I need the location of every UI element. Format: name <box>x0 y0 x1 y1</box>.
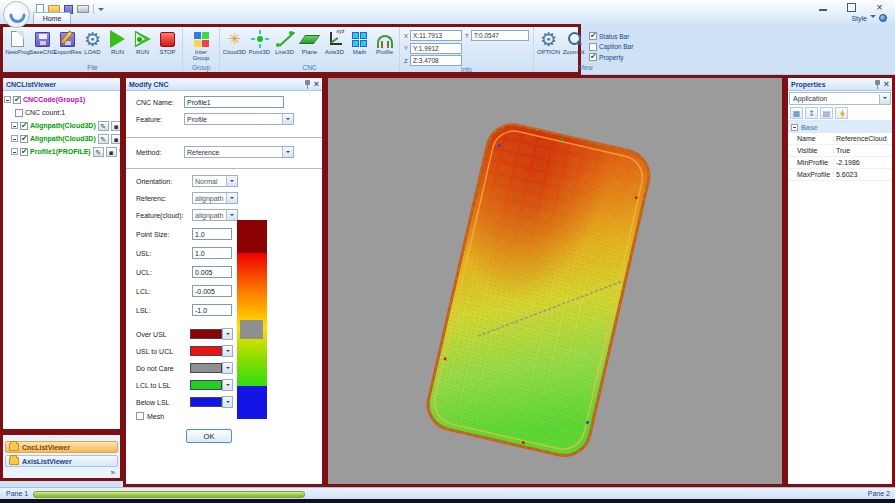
close-button[interactable]: × <box>874 3 885 12</box>
edit-button[interactable] <box>98 121 109 131</box>
usl-ucl-color-swatch[interactable] <box>190 346 222 356</box>
z-coordinate-field[interactable]: Z:3.4708 <box>410 55 462 66</box>
run-button[interactable]: RUN <box>105 28 130 55</box>
ucl-input[interactable] <box>192 266 232 278</box>
inter-group-button[interactable]: Inter Group <box>185 28 217 62</box>
cnc-name-input[interactable] <box>184 96 284 108</box>
cnclistviewer-bar[interactable]: CncListViewer <box>5 441 118 453</box>
stop-button[interactable]: STOP <box>155 28 180 55</box>
splitter-handle[interactable]: ········· <box>5 436 118 439</box>
lcl-lsl-color-swatch[interactable] <box>190 380 222 390</box>
below-lsl-color-swatch[interactable] <box>190 397 222 407</box>
close-icon[interactable]: × <box>314 80 319 89</box>
expand-icon[interactable] <box>11 122 18 129</box>
property-row-visible[interactable]: Visible True <box>788 145 892 157</box>
expand-icon[interactable] <box>4 96 11 103</box>
app-logo[interactable] <box>3 1 30 28</box>
quick-access-dropdown-icon[interactable] <box>98 8 104 14</box>
line3d-button[interactable]: Line3D <box>272 28 297 55</box>
method-select[interactable]: Reference <box>184 146 294 158</box>
pin-icon[interactable] <box>304 80 311 89</box>
tree-item-alignpath-2[interactable]: Alignpath(Cloud3D) * <box>11 132 119 145</box>
panel-title: Properties <box>791 81 826 88</box>
t-coordinate-field[interactable]: T:0.0547 <box>471 30 529 41</box>
property-row-minprofile[interactable]: MinProfile -2.1986 <box>788 157 892 169</box>
y-coordinate-field[interactable]: Y:1.9912 <box>410 43 462 54</box>
pin-icon[interactable] <box>874 80 881 89</box>
lcl-input[interactable] <box>192 285 232 297</box>
checkbox[interactable] <box>589 43 597 51</box>
tree-item-profile1[interactable]: Profile1(PROFILE) * <box>11 145 119 158</box>
sort-az-icon[interactable] <box>805 107 818 119</box>
checkbox[interactable] <box>589 53 597 61</box>
style-selector[interactable]: Style <box>851 14 887 22</box>
property-row-name[interactable]: Name ReferenceCloud <box>788 133 892 145</box>
minimize-button[interactable] <box>818 3 829 12</box>
load-button[interactable]: ⚙ LOAD <box>80 28 105 55</box>
section-base[interactable]: Base <box>788 121 892 133</box>
edit-button[interactable] <box>93 147 104 157</box>
style-dropdown-icon[interactable] <box>870 15 876 21</box>
chevron-down-icon[interactable] <box>222 345 233 357</box>
checkbox[interactable] <box>589 32 597 40</box>
property-row-maxprofile[interactable]: MaxProfile 5.6023 <box>788 169 892 181</box>
chevron-down-icon[interactable] <box>222 328 233 340</box>
newprog-button[interactable]: NewProg <box>5 28 30 55</box>
axislistviewer-bar[interactable]: AxisListViewer <box>5 455 118 467</box>
checkbox[interactable] <box>15 109 23 117</box>
math-button[interactable]: Math <box>347 28 372 55</box>
x-coordinate-field[interactable]: X:11.7913 <box>410 30 462 41</box>
mesh-checkbox[interactable] <box>136 412 144 420</box>
property-checkbox-row[interactable]: Property <box>589 53 633 61</box>
close-icon[interactable]: × <box>884 80 889 89</box>
plane-button[interactable]: Plane <box>297 28 322 55</box>
over-usl-color-swatch[interactable] <box>190 329 222 339</box>
point3d-button[interactable]: Point3D <box>247 28 272 55</box>
property-page-icon[interactable] <box>820 107 833 119</box>
option-button[interactable]: ⚙ OPTION <box>536 28 561 55</box>
checkbox[interactable] <box>13 96 21 104</box>
expand-icon[interactable] <box>11 148 18 155</box>
usl-input[interactable] <box>192 247 232 259</box>
feature-select[interactable]: Profile <box>184 113 294 125</box>
checkbox[interactable] <box>20 135 28 143</box>
feature-cloud-select[interactable]: alignpath <box>192 209 238 221</box>
viewport-3d[interactable] <box>325 75 785 487</box>
lsl-input[interactable] <box>192 304 232 316</box>
properties-object-select[interactable]: Application <box>789 92 891 105</box>
collapse-icon[interactable] <box>791 124 798 131</box>
caption-bar-checkbox-row[interactable]: Caption Bar <box>589 43 633 51</box>
tree-item-cnccode[interactable]: CNCCode(Group1) <box>4 93 119 106</box>
chevron-down-icon[interactable] <box>222 362 233 374</box>
profile-button[interactable]: Profile <box>372 28 397 55</box>
more-panels-chevron[interactable]: » <box>111 469 118 477</box>
zoom-fit-button[interactable]: Zoom fit <box>561 28 586 55</box>
orientation-select[interactable]: Normal <box>192 175 238 187</box>
checkbox[interactable] <box>20 122 28 130</box>
chevron-down-icon[interactable] <box>222 396 233 408</box>
savecnc-button[interactable]: SaveCNC <box>30 28 55 55</box>
reference-select[interactable]: alignpath <box>192 192 238 204</box>
ok-button[interactable]: OK <box>186 429 232 443</box>
cloud3d-button[interactable]: ✳ Cloud3D <box>222 28 247 55</box>
print-icon[interactable] <box>77 5 89 13</box>
dont-care-color-swatch[interactable] <box>190 363 222 373</box>
view-button[interactable] <box>106 147 117 157</box>
categorized-icon[interactable] <box>790 107 803 119</box>
axis3d-button[interactable]: xyz Axis3D <box>322 28 347 55</box>
checkbox[interactable] <box>20 148 28 156</box>
point-size-input[interactable] <box>192 228 232 240</box>
tree-item-cnc-count[interactable]: CNC count:1 <box>15 106 119 119</box>
expand-icon[interactable] <box>11 135 18 142</box>
maximize-button[interactable] <box>846 3 857 12</box>
tab-home[interactable]: Home <box>33 12 71 24</box>
tree-item-alignpath-1[interactable]: Alignpath(Cloud3D) * <box>11 119 119 132</box>
chevron-down-icon[interactable] <box>222 379 233 391</box>
view-button[interactable] <box>111 121 120 131</box>
events-button[interactable] <box>835 107 848 119</box>
run-outline-button[interactable]: RUN <box>130 28 155 55</box>
status-bar-checkbox-row[interactable]: Status Bar <box>589 32 633 40</box>
view-button[interactable] <box>111 134 120 144</box>
exportres-button[interactable]: ExportRes <box>55 28 80 55</box>
edit-button[interactable] <box>98 134 109 144</box>
